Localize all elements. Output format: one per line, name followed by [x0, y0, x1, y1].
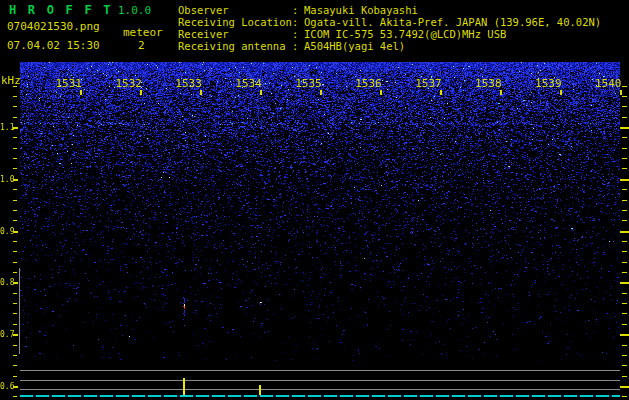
info-colon: : — [292, 17, 298, 29]
time-label: 1533 — [174, 77, 202, 90]
freq-tick-minor — [13, 324, 17, 325]
freq-tick-minor — [622, 396, 627, 397]
time-tick — [140, 90, 142, 95]
time-label: 1538 — [474, 77, 502, 90]
freq-tick-major — [620, 127, 629, 129]
datetime: 07.04.02 15:30 — [7, 40, 100, 52]
freq-tick-minor — [622, 200, 627, 201]
freq-tick-minor — [13, 117, 17, 118]
freq-tick-minor — [622, 355, 627, 356]
freq-tick-minor — [13, 220, 17, 221]
mode-label: meteor — [123, 27, 163, 39]
freq-tick-minor — [622, 106, 627, 107]
info-value-location: Ogata-vill. Akita-Pref. JAPAN (139.96E, … — [304, 17, 601, 29]
info-value-antenna: A504HB(yagi 4el) — [304, 41, 405, 53]
noise-baseline — [20, 395, 620, 397]
freq-tick-minor — [13, 86, 17, 87]
freq-tick-minor — [13, 293, 17, 294]
echo-spike — [183, 378, 185, 395]
freq-label: 0.7 — [0, 330, 13, 339]
freq-tick-minor — [13, 376, 17, 377]
freq-tick-minor — [622, 189, 627, 190]
freq-unit-label: kHz — [1, 75, 21, 87]
filename: 0704021530.png — [7, 21, 100, 33]
time-tick — [500, 90, 502, 95]
freq-tick-minor — [622, 96, 627, 97]
plot-left-border — [19, 268, 20, 354]
freq-tick-minor — [622, 293, 627, 294]
app-title: H R O F F T — [9, 4, 113, 17]
freq-tick-minor — [622, 251, 627, 252]
info-colon: : — [292, 5, 298, 17]
freq-tick-minor — [13, 396, 17, 397]
freq-label: 1.0 — [0, 175, 13, 184]
freq-label: 1.1 — [0, 123, 13, 132]
freq-tick-minor — [622, 272, 627, 273]
time-label: 1531 — [54, 77, 82, 90]
app-version: 1.0.0 — [118, 5, 151, 17]
power-grid-line — [20, 389, 620, 390]
freq-tick-minor — [622, 313, 627, 314]
freq-label: 0.8 — [0, 278, 13, 287]
time-label: 1535 — [294, 77, 322, 90]
meteor-count: 2 — [138, 40, 145, 52]
freq-tick-minor — [622, 262, 627, 263]
freq-tick-minor — [13, 106, 17, 107]
freq-tick-minor — [622, 324, 627, 325]
power-grid-line — [20, 370, 620, 371]
freq-tick-minor — [13, 251, 17, 252]
freq-tick-minor — [622, 241, 627, 242]
time-tick — [440, 90, 442, 95]
freq-tick-minor — [13, 262, 17, 263]
freq-tick-minor — [622, 220, 627, 221]
info-label-receiver: Receiver — [178, 29, 229, 41]
freq-tick-minor — [13, 303, 17, 304]
time-tick — [380, 90, 382, 95]
time-tick — [200, 90, 202, 95]
freq-tick-minor — [622, 158, 627, 159]
time-tick — [560, 90, 562, 95]
freq-tick-minor — [622, 168, 627, 169]
freq-tick-minor — [622, 86, 627, 87]
freq-tick-minor — [13, 189, 17, 190]
time-label: 1537 — [414, 77, 442, 90]
freq-tick-minor — [13, 168, 17, 169]
freq-tick-minor — [13, 148, 17, 149]
freq-tick-minor — [622, 376, 627, 377]
time-tick — [260, 90, 262, 95]
time-tick — [80, 90, 82, 95]
info-label-observer: Observer — [178, 5, 229, 17]
freq-tick-minor — [622, 148, 627, 149]
freq-tick-minor — [622, 117, 627, 118]
time-label: 1532 — [114, 77, 142, 90]
time-label: 1534 — [234, 77, 262, 90]
freq-tick-minor — [13, 158, 17, 159]
freq-tick-major — [620, 231, 629, 233]
power-grid-line — [20, 380, 620, 381]
freq-tick-minor — [622, 365, 627, 366]
time-tick — [620, 90, 622, 95]
info-colon: : — [292, 41, 298, 53]
freq-tick-minor — [13, 96, 17, 97]
freq-label: 0.6 — [0, 382, 13, 391]
freq-tick-minor — [13, 365, 17, 366]
freq-tick-major — [620, 386, 629, 388]
info-value-observer: Masayuki Kobayashi — [304, 5, 418, 17]
freq-tick-minor — [622, 137, 627, 138]
freq-tick-minor — [13, 355, 17, 356]
freq-tick-major — [620, 179, 629, 181]
time-label: 1539 — [534, 77, 562, 90]
freq-tick-minor — [622, 345, 627, 346]
freq-tick-minor — [13, 345, 17, 346]
freq-tick-minor — [13, 241, 17, 242]
freq-tick-minor — [13, 137, 17, 138]
freq-tick-minor — [13, 200, 17, 201]
freq-label: 0.9 — [0, 227, 13, 236]
time-label: 1540 — [594, 77, 622, 90]
freq-tick-minor — [13, 272, 17, 273]
time-label: 1536 — [354, 77, 382, 90]
freq-tick-minor — [13, 210, 17, 211]
freq-tick-major — [620, 334, 629, 336]
info-label-antenna: Receiving antenna — [178, 41, 285, 53]
freq-tick-minor — [622, 303, 627, 304]
